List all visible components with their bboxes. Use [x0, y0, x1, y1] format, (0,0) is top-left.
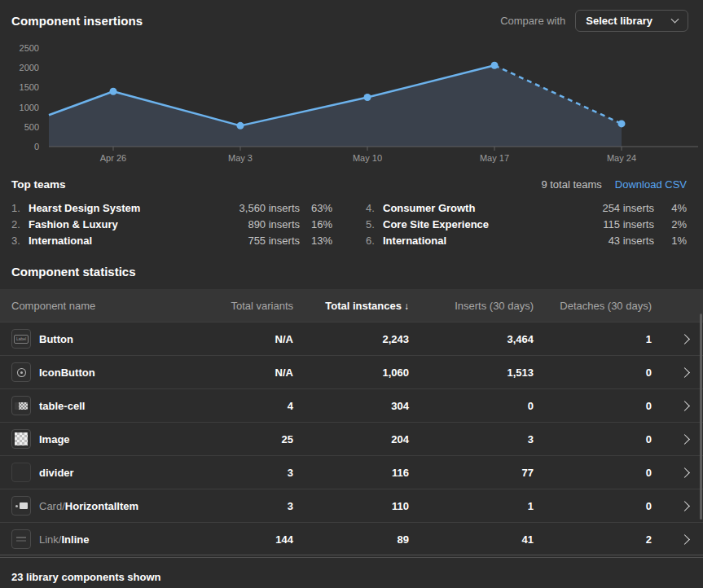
team-name: International [29, 235, 248, 247]
total-variants-value: N/A [207, 333, 293, 345]
x-axis-label: May 3 [228, 153, 253, 163]
chevron-right-icon[interactable] [679, 401, 690, 411]
chevron-right-icon[interactable] [679, 501, 690, 511]
library-select-value: Select library [586, 15, 652, 27]
team-inserts: 3,560 inserts [239, 202, 300, 214]
insertions-chart: 05001000150020002500Apr 26May 3May 10May… [0, 41, 703, 167]
detaches-value: 0 [534, 467, 652, 479]
total-variants-value: 25 [207, 433, 293, 445]
x-axis-label: May 17 [480, 153, 509, 163]
total-variants-value: N/A [207, 366, 293, 379]
teams-list: 1. Hearst Design System 3,560 inserts 63… [11, 200, 687, 248]
team-row: 6. International 43 inserts 1% [366, 232, 687, 248]
team-name: Hearst Design System [29, 202, 239, 214]
chart-point [364, 94, 371, 101]
total-instances-value: 110 [293, 500, 409, 512]
chevron-right-icon[interactable] [679, 334, 690, 344]
download-csv-link[interactable]: Download CSV [615, 178, 687, 191]
y-axis-label: 500 [24, 122, 39, 132]
image-thumbnail-icon [11, 429, 31, 449]
table-row-divider[interactable]: divider 3 116 77 0 [0, 455, 703, 489]
table-row-iconbutton[interactable]: IconButton N/A 1,060 1,513 0 [0, 355, 703, 388]
library-select-dropdown[interactable]: Select library [575, 10, 688, 32]
team-row: 4. Consumer Growth 254 inserts 4% [366, 200, 687, 216]
team-inserts: 890 inserts [248, 218, 300, 230]
team-percent: 63% [300, 202, 332, 214]
team-percent: 2% [654, 218, 687, 230]
table-row-table-cell[interactable]: table-cell 4 304 0 0 [0, 388, 703, 422]
chevron-right-icon[interactable] [679, 434, 690, 445]
inserts-value: 41 [409, 533, 534, 546]
column-header-detaches[interactable]: Detaches (30 days) [534, 300, 652, 312]
chevron-down-icon [671, 15, 679, 24]
component-table: Button N/A 2,243 3,464 1 IconButton N/A … [0, 322, 703, 555]
detaches-value: 0 [534, 400, 652, 412]
total-instances-value: 2,243 [293, 333, 409, 345]
total-variants-value: 3 [207, 467, 293, 479]
compare-with-label: Compare with [500, 15, 565, 27]
total-teams-label: 9 total teams [541, 178, 601, 191]
total-instances-value: 116 [293, 467, 409, 479]
chevron-right-icon[interactable] [679, 367, 690, 378]
chart-area-fill [49, 65, 622, 147]
team-inserts: 43 inserts [609, 235, 654, 247]
x-axis-label: Apr 26 [100, 153, 126, 163]
vertical-scrollbar[interactable] [700, 314, 702, 520]
divider-thumbnail-icon [11, 463, 31, 482]
chart-point [110, 88, 117, 95]
team-percent: 13% [300, 235, 332, 247]
table-row-link-inline[interactable]: Link/Inline 144 89 41 2 [0, 522, 703, 555]
page-title: Component insertions [11, 14, 143, 28]
x-axis-label: May 10 [353, 153, 382, 163]
detaches-value: 1 [534, 333, 652, 345]
total-instances-value: 204 [293, 433, 409, 445]
y-axis-label: 0 [34, 142, 39, 151]
team-percent: 1% [654, 235, 687, 247]
insertions-line-chart: 05001000150020002500Apr 26May 3May 10May… [0, 41, 703, 167]
total-variants-value: 144 [207, 533, 293, 546]
chevron-right-icon[interactable] [679, 534, 690, 545]
chart-point [618, 120, 626, 127]
team-percent: 16% [300, 218, 332, 230]
team-row: 3. International 755 inserts 13% [11, 232, 332, 248]
team-inserts: 115 inserts [603, 218, 654, 230]
inserts-value: 3 [409, 433, 534, 445]
total-instances-value: 89 [293, 533, 409, 546]
y-axis-label: 2000 [20, 63, 39, 72]
y-axis-label: 1000 [20, 103, 39, 112]
chart-point [237, 122, 244, 129]
top-teams-section: Top teams 9 total teams Download CSV 1. … [0, 167, 703, 248]
total-variants-value: 3 [207, 500, 293, 512]
team-percent: 4% [654, 202, 687, 214]
team-name: Consumer Growth [383, 202, 602, 214]
component-statistics-title: Component statistics [0, 248, 703, 289]
chevron-right-icon[interactable] [679, 467, 690, 478]
components-shown-label: 23 library components shown [0, 558, 703, 588]
total-variants-value: 4 [207, 400, 293, 412]
team-name: Core Site Experience [383, 218, 603, 230]
team-row: 5. Core Site Experience 115 inserts 2% [366, 216, 687, 232]
column-header-inserts[interactable]: Inserts (30 days) [409, 300, 534, 312]
detaches-value: 0 [534, 500, 652, 512]
inserts-value: 3,464 [409, 333, 534, 345]
column-header-total-instances[interactable]: Total instances↓ [293, 300, 409, 312]
table-row-button[interactable]: Button N/A 2,243 3,464 1 [0, 322, 703, 355]
column-header-component-name[interactable]: Component name [0, 300, 207, 312]
detaches-value: 0 [534, 433, 652, 445]
total-instances-value: 304 [293, 400, 409, 412]
compare-controls: Compare with Select library [500, 10, 688, 32]
total-instances-value: 1,060 [293, 366, 409, 379]
y-axis-label: 1500 [20, 82, 39, 92]
button-thumbnail-icon [11, 329, 31, 349]
team-inserts: 755 inserts [248, 235, 300, 247]
column-header-total-variants[interactable]: Total variants [207, 300, 293, 312]
inserts-value: 1,513 [409, 366, 534, 379]
table-row-card-horizontalitem[interactable]: Card/HorizontalItem 3 110 1 0 [0, 489, 703, 522]
x-axis-label: May 24 [607, 153, 636, 163]
link-thumbnail-icon [11, 529, 31, 549]
team-row: 1. Hearst Design System 3,560 inserts 63… [11, 200, 332, 216]
team-name: International [383, 235, 609, 247]
table-header-row: Component name Total variants Total inst… [0, 289, 703, 322]
table-row-image[interactable]: Image 25 204 3 0 [0, 422, 703, 455]
detaches-value: 2 [534, 533, 652, 546]
